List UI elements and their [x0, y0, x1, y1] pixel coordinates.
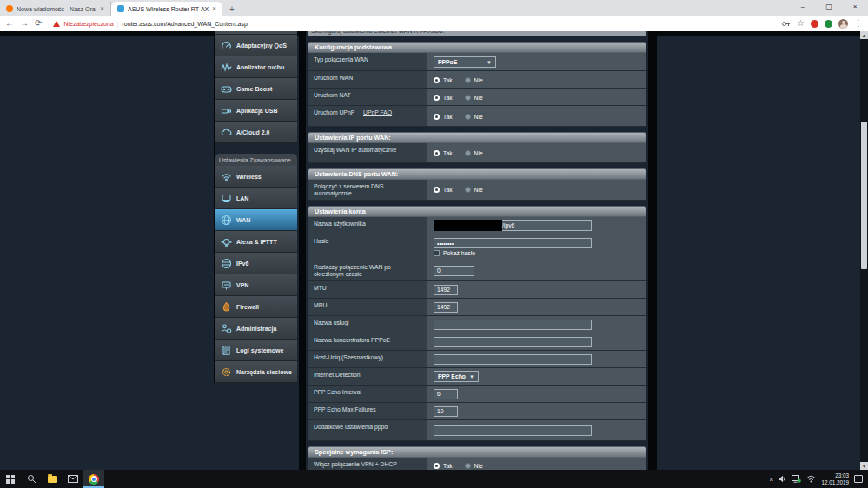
sidebar-item-aicloud[interactable]: AiCloud 2.0	[215, 122, 297, 143]
radio-nie[interactable]	[465, 77, 471, 83]
alexa-ifttt-icon	[220, 235, 232, 247]
profile-avatar[interactable]	[838, 19, 848, 29]
sidebar-item-logi-systemowe[interactable]: Logi systemowe	[215, 340, 297, 361]
field-label: Połączyć z serwerem DNS automatycznie	[308, 180, 427, 200]
network-icon[interactable]	[792, 475, 801, 483]
close-icon[interactable]: ×	[212, 5, 216, 12]
sidebar-advanced-header: Ustawienia Zaawansowane	[215, 154, 297, 166]
row-uzyskaj-ip: Uzyskaj WAN IP automatycznie Tak Nie	[308, 143, 646, 163]
sidebar-item-vpn[interactable]: VPN	[215, 274, 297, 296]
radio-nie[interactable]	[465, 150, 471, 156]
taskbar-chrome-button[interactable]	[83, 470, 104, 488]
password-key-icon[interactable]	[781, 19, 791, 29]
sidebar-item-firewall[interactable]: Firewall	[215, 296, 297, 318]
browser-tab-strip: Nowa wiadomość - Nasz Orange × ASUS Wire…	[0, 0, 868, 16]
pppd-options-input[interactable]	[434, 425, 592, 436]
radio-tak[interactable]	[434, 187, 440, 193]
scrollbar-thumb[interactable]	[861, 122, 867, 269]
tab-orange-mail[interactable]: Nowa wiadomość - Nasz Orange ×	[0, 2, 111, 16]
sidebar-item-lan[interactable]: LAN	[215, 188, 297, 209]
radio-nie[interactable]	[465, 114, 471, 120]
password-field[interactable]	[434, 238, 592, 248]
mru-input[interactable]	[434, 302, 458, 313]
taskbar-clock[interactable]: 23:03 12.01.2019	[821, 472, 849, 486]
adblock-extension-icon[interactable]	[811, 20, 818, 28]
ppp-echo-max-failures-input[interactable]	[434, 406, 458, 417]
radio-nie[interactable]	[465, 95, 471, 101]
sidebar-item-analizator-ruchu[interactable]: Analizator ruchu	[215, 56, 297, 78]
radio-nie[interactable]	[465, 187, 471, 193]
radio-tak[interactable]	[434, 77, 440, 83]
idle-disconnect-input[interactable]	[434, 266, 474, 276]
wan-connection-type-select[interactable]: PPPoE ▼	[434, 56, 496, 68]
extension-icon[interactable]	[825, 20, 832, 28]
sidebar-item-narzedzia-sieciowe[interactable]: Narzędzia sieciowe	[215, 361, 297, 383]
sidebar-item-wireless[interactable]: Wireless	[215, 166, 297, 188]
log-document-icon	[220, 344, 232, 356]
sidebar-item-label: Administracja	[236, 326, 276, 332]
sidebar-item-administracja[interactable]: Administracja	[215, 318, 297, 340]
window-maximize-button[interactable]: ▢	[816, 0, 842, 12]
tab-asus-router[interactable]: ASUS Wireless Router RT-AX88U ×	[111, 2, 222, 16]
cloud-icon	[220, 126, 232, 138]
back-icon[interactable]: ←	[5, 19, 14, 28]
page-scrollbar[interactable]: ▲ ▼	[860, 31, 868, 470]
field-label: Rozłączy połączenie WAN po określonym cz…	[308, 260, 427, 280]
taskbar-mail-button[interactable]	[63, 470, 83, 488]
scroll-up-icon[interactable]: ▲	[860, 31, 868, 39]
ppp-echo-interval-input[interactable]	[434, 389, 458, 399]
reload-icon[interactable]: ⟳	[35, 19, 42, 28]
new-tab-button[interactable]: +	[222, 2, 242, 16]
close-icon[interactable]: ×	[100, 5, 104, 12]
sidebar-item-aplikacja-usb[interactable]: Aplikacja USB	[215, 100, 297, 122]
show-password-checkbox[interactable]	[434, 250, 440, 256]
mtu-input[interactable]	[434, 285, 458, 295]
url-input[interactable]: Niezabezpieczona | router.asus.com/Advan…	[48, 18, 775, 30]
sidebar-item-label: Logi systemowe	[236, 347, 283, 353]
start-button[interactable]	[0, 470, 21, 488]
radio-label: Tak	[443, 463, 453, 469]
sidebar-item-ipv6[interactable]: IPv6	[215, 253, 297, 274]
taskbar-search-button[interactable]	[21, 470, 42, 488]
field-label: Nazwa usługi	[308, 316, 427, 333]
sidebar-item-label: IPv6	[236, 260, 248, 267]
radio-label: Tak	[443, 95, 453, 101]
chrome-icon	[89, 474, 99, 485]
clipped-description: Skonfiguruj ustawienia Ethernet WAN RT-A…	[308, 31, 646, 36]
radio-tak[interactable]	[434, 114, 440, 120]
host-uniq-input[interactable]	[434, 354, 592, 365]
pppoe-ac-name-input[interactable]	[434, 337, 592, 347]
radio-nie[interactable]	[465, 463, 471, 469]
radio-tak[interactable]	[434, 95, 440, 101]
speaker-icon[interactable]	[779, 475, 786, 483]
field-label: MTU	[308, 281, 427, 298]
taskbar-file-explorer-button[interactable]	[42, 470, 63, 488]
sidebar-item-adaptacyjny-qos[interactable]: Adaptacyjny QoS	[215, 35, 297, 56]
sidebar-item-label: Aplikacja USB	[236, 108, 277, 114]
internet-detection-select[interactable]: PPP Echo ▼	[434, 371, 479, 382]
forward-icon[interactable]: →	[20, 19, 29, 28]
window-minimize-button[interactable]: –	[790, 0, 816, 12]
wifi-icon[interactable]	[806, 475, 816, 483]
notification-center-icon[interactable]	[854, 475, 863, 483]
window-close-button[interactable]: ×	[842, 0, 868, 12]
bookmark-star-icon[interactable]: ☆	[797, 19, 805, 28]
username-suffix: /ipv6	[502, 222, 514, 228]
sidebar-item-alexa-ifttt[interactable]: Alexa & IFTTT	[215, 231, 297, 253]
radio-tak[interactable]	[434, 463, 440, 469]
sidebar-item-wan[interactable]: WAN	[215, 209, 297, 231]
field-label: Uruchom NAT	[308, 89, 427, 105]
service-name-input[interactable]	[434, 320, 592, 330]
upnp-faq-link[interactable]: UPnP FAQ	[363, 109, 392, 115]
url-text[interactable]: router.asus.com/Advanced_WAN_Content.asp	[122, 21, 247, 27]
field-label: Hasło	[308, 234, 427, 260]
not-secure-label[interactable]: Niezabezpieczona	[63, 21, 113, 27]
menu-icon[interactable]: ⋮	[854, 19, 863, 28]
tray-chevron-up-icon[interactable]: ∧	[769, 476, 773, 483]
radio-tak[interactable]	[434, 150, 440, 156]
username-input[interactable]: /ipv6	[434, 220, 592, 231]
not-secure-warning-icon[interactable]	[53, 21, 60, 27]
sidebar-item-game-boost[interactable]: Game Boost	[215, 78, 297, 100]
sidebar-item-label: Analizator ruchu	[236, 64, 284, 70]
scroll-down-icon[interactable]: ▼	[860, 462, 868, 470]
